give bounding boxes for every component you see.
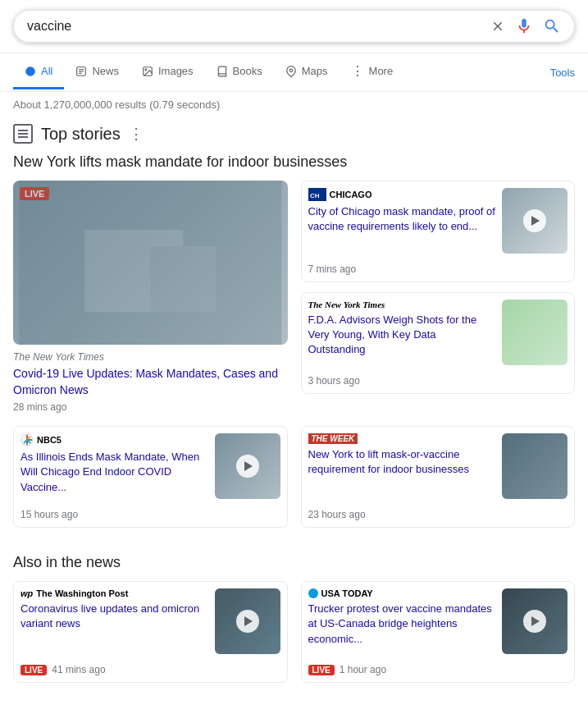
top-stories-icon xyxy=(13,124,33,144)
tab-news[interactable]: News xyxy=(64,55,130,89)
also-story-2-text: USA TODAY Trucker protest over vaccine m… xyxy=(308,588,496,654)
bottom-story-1-time: 15 hours ago xyxy=(21,509,78,520)
also-story-1-thumb xyxy=(215,588,280,654)
search-icons xyxy=(490,17,561,35)
tab-books-label: Books xyxy=(233,65,262,77)
side-story-2-time: 3 hours ago xyxy=(302,372,575,393)
tab-all-label: All xyxy=(41,65,52,77)
chicago-icon: CH xyxy=(308,188,326,201)
also-in-news-grid: wp The Washington Post Coronavirus live … xyxy=(13,581,575,683)
also-story-2-title[interactable]: Trucker protest over vaccine mandates at… xyxy=(308,602,496,647)
main-story-card: LIVE The New York Times Covid-19 Live Up… xyxy=(13,181,288,413)
tab-more-label: More xyxy=(369,65,394,77)
side-story-1: CH CHICAGO City of Chicago mask mandate,… xyxy=(301,181,576,282)
tools-button[interactable]: Tools xyxy=(550,57,575,89)
search-button[interactable] xyxy=(543,17,561,35)
play-triangle-3 xyxy=(244,616,253,626)
nav-tabs: All News Images Books Maps ⋮ More Tools xyxy=(0,53,588,92)
play-triangle-2 xyxy=(244,461,253,471)
nbc-peacock-icon xyxy=(21,433,34,446)
section-title: Top stories xyxy=(41,125,121,144)
search-bar: vaccine xyxy=(13,10,575,43)
stories-grid: LIVE The New York Times Covid-19 Live Up… xyxy=(13,181,575,413)
tab-images[interactable]: Images xyxy=(130,55,205,89)
main-story-source-text: The New York Times xyxy=(13,351,104,363)
side-story-1-text: CH CHICAGO City of Chicago mask mandate,… xyxy=(308,188,496,254)
side-story-2-title[interactable]: F.D.A. Advisors Weigh Shots for the Very… xyxy=(308,313,496,358)
headline-story: New York lifts mask mandate for indoor b… xyxy=(13,153,575,171)
nyt-logo-text: The New York Times xyxy=(308,300,385,309)
svg-text:CH: CH xyxy=(310,192,320,199)
nyt-logo: The New York Times xyxy=(308,300,496,309)
images-icon xyxy=(142,66,153,77)
bottom-story-2-footer: 23 hours ago xyxy=(302,506,575,527)
wapo-logo: wp The Washington Post xyxy=(21,588,208,598)
main-story-source: The New York Times xyxy=(13,351,288,363)
tab-books[interactable]: Books xyxy=(205,55,274,89)
bottom-story-1-thumb xyxy=(215,433,280,499)
side-story-1-inner: CH CHICAGO City of Chicago mask mandate,… xyxy=(302,181,575,260)
wapo-abbr: wp xyxy=(21,588,33,598)
microphone-button[interactable] xyxy=(515,17,533,35)
also-story-2-time: 1 hour ago xyxy=(340,664,386,675)
usa-today-logo: USA TODAY xyxy=(308,588,496,598)
main-story-title[interactable]: Covid-19 Live Updates: Mask Mandates, Ca… xyxy=(13,366,288,398)
also-in-news-section: Also in the news wp The Washington Post … xyxy=(0,547,588,703)
also-story-1-text: wp The Washington Post Coronavirus live … xyxy=(21,588,208,654)
also-story-1-time: 41 mins ago xyxy=(52,664,105,675)
also-story-1-title[interactable]: Coronavirus live updates and omicron var… xyxy=(21,602,208,631)
side-story-2-inner: The New York Times F.D.A. Advisors Weigh… xyxy=(302,293,575,372)
svg-rect-10 xyxy=(150,246,216,312)
bottom-story-2-thumb xyxy=(502,433,567,499)
wapo-name: The Washington Post xyxy=(36,588,128,598)
play-button-3[interactable] xyxy=(236,610,259,633)
side-story-2-text: The New York Times F.D.A. Advisors Weigh… xyxy=(308,300,496,365)
clear-button[interactable] xyxy=(490,19,505,34)
side-stories: CH CHICAGO City of Chicago mask mandate,… xyxy=(301,181,576,413)
also-in-news-title: Also in the news xyxy=(13,554,575,571)
also-story-1-inner: wp The Washington Post Coronavirus live … xyxy=(14,582,287,661)
icon-lines xyxy=(18,130,28,138)
side-story-1-thumb xyxy=(502,188,567,254)
tab-maps[interactable]: Maps xyxy=(274,55,340,89)
bottom-story-2-title[interactable]: New York to lift mask-or-vaccine require… xyxy=(308,447,496,477)
also-story-2-inner: USA TODAY Trucker protest over vaccine m… xyxy=(302,582,575,661)
usa-today-label: USA TODAY xyxy=(321,588,373,598)
play-triangle-1 xyxy=(531,216,540,226)
section-more-button[interactable]: ⋮ xyxy=(129,125,144,143)
results-count: About 1,270,000,000 results (0.79 second… xyxy=(0,92,588,117)
side-story-1-title[interactable]: City of Chicago mask mandate, proof of v… xyxy=(308,204,496,234)
also-story-1-footer: LIVE 41 mins ago xyxy=(14,661,287,682)
play-button-4[interactable] xyxy=(523,610,546,633)
svg-point-7 xyxy=(289,69,293,72)
play-button-1[interactable] xyxy=(523,209,546,232)
all-icon xyxy=(25,66,36,77)
bottom-stories-grid: NBC5 As Illinois Ends Mask Mandate, When… xyxy=(13,426,575,528)
tab-more[interactable]: ⋮ More xyxy=(340,53,405,91)
also-story-2: USA TODAY Trucker protest over vaccine m… xyxy=(301,581,576,683)
play-button-2[interactable] xyxy=(236,455,259,478)
books-icon xyxy=(217,66,228,77)
usa-dot-icon xyxy=(308,588,318,598)
tab-all[interactable]: All xyxy=(13,55,64,89)
search-bar-container: vaccine xyxy=(0,0,588,53)
side-story-2: The New York Times F.D.A. Advisors Weigh… xyxy=(301,292,576,394)
also-story-2-live-badge: LIVE xyxy=(308,665,335,675)
bottom-story-1-title[interactable]: As Illinois Ends Mask Mandate, When Will… xyxy=(21,450,208,495)
week-logo-text: THE WEEK xyxy=(308,433,358,444)
also-story-1-live-badge: LIVE xyxy=(21,665,47,675)
svg-point-6 xyxy=(145,69,147,71)
side-story-1-time: 7 mins ago xyxy=(302,260,575,281)
also-story-2-footer: LIVE 1 hour ago xyxy=(302,661,575,682)
section-header: Top stories ⋮ xyxy=(13,124,575,144)
maps-icon xyxy=(285,66,297,77)
also-story-2-thumb xyxy=(502,588,567,654)
tab-news-label: News xyxy=(92,65,119,77)
bottom-story-1: NBC5 As Illinois Ends Mask Mandate, When… xyxy=(13,426,288,528)
tab-images-label: Images xyxy=(158,65,194,77)
search-input[interactable]: vaccine xyxy=(27,19,490,34)
svg-point-0 xyxy=(25,66,35,76)
play-triangle-4 xyxy=(531,616,540,626)
also-story-1: wp The Washington Post Coronavirus live … xyxy=(13,581,288,683)
story-illustration xyxy=(13,181,288,345)
